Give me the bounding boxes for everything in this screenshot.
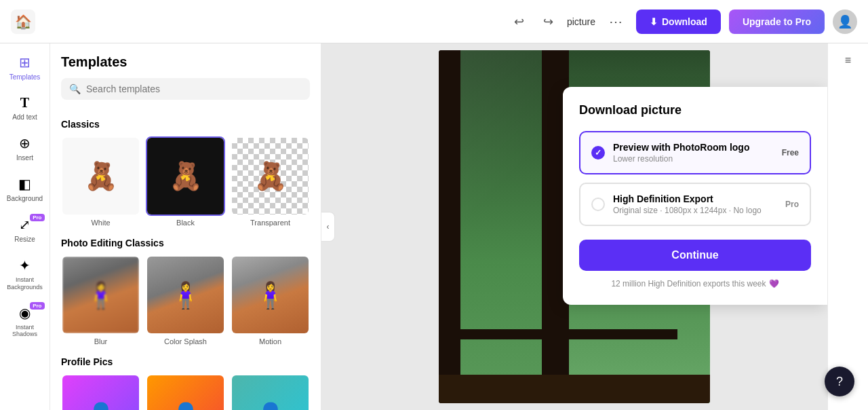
pro-badge-shadows: Pro — [30, 302, 44, 310]
sidebar-item-instant-backgrounds-label: Instant Backgrounds — [5, 276, 45, 291]
sidebar-item-insert[interactable]: ⊕ Insert — [3, 130, 47, 168]
sidebar-item-add-text[interactable]: T Add text — [3, 90, 47, 127]
upgrade-button[interactable]: Upgrade to Pro — [729, 10, 825, 34]
download-option-pro-subtitle: Original size · 1080px x 1244px · No log… — [613, 206, 777, 215]
classics-section-title: Classics — [61, 119, 310, 130]
list-item[interactable]: 🧍‍♀️ Motion — [231, 255, 310, 346]
template-transparent-thumb: 🧸 — [231, 136, 310, 216]
heart-icon: 💜 — [769, 279, 779, 288]
download-option-free[interactable]: Preview with PhotoRoom logo Lower resolu… — [579, 131, 811, 174]
template-motion-label: Motion — [259, 337, 281, 346]
templates-panel: Templates 🔍 Classics 🧸 White 🧸 — [50, 43, 321, 410]
right-panel-toggle-button[interactable]: ≡ — [840, 49, 856, 72]
download-option-free-title: Preview with PhotoRoom logo — [613, 142, 774, 153]
profile2-preview: 👤 — [147, 375, 224, 410]
collapse-panel-button[interactable]: ‹ — [321, 212, 335, 242]
continue-button[interactable]: Continue — [579, 240, 811, 271]
profile-pics-grid: 👤 👤 👤 — [61, 374, 310, 410]
sidebar-item-instant-shadows[interactable]: Pro ◉ Instant Shadows — [3, 299, 47, 344]
list-item[interactable]: 🧸 White — [61, 136, 140, 227]
sidebar-item-resize-label: Resize — [14, 236, 35, 244]
sidebar-item-insert-label: Insert — [16, 154, 33, 162]
undo-button[interactable]: ↩ — [509, 12, 530, 32]
resize-icon: ⤢ — [19, 217, 31, 233]
topbar: 🏠 ↩ ↪ picture ⋯ ⬇ Download Upgrade to Pr… — [0, 0, 868, 43]
sidebar-item-resize[interactable]: Pro ⤢ Resize — [3, 211, 47, 249]
avatar[interactable]: 👤 — [833, 10, 857, 34]
sidebar-item-instant-backgrounds[interactable]: ✦ Instant Backgrounds — [3, 252, 47, 297]
home-button[interactable]: 🏠 — [11, 10, 35, 34]
list-item[interactable]: 🧍‍♀️ Color Splash — [146, 255, 225, 346]
templates-header: Templates 🔍 — [50, 43, 321, 108]
help-button[interactable]: ? — [825, 367, 854, 396]
profile3-preview: 👤 — [232, 375, 309, 410]
search-input[interactable] — [86, 83, 302, 94]
download-panel: Download picture Preview with PhotoRoom … — [563, 87, 827, 305]
template-blur-thumb: 🧍‍♀️ — [61, 255, 140, 335]
background-icon: ◧ — [18, 176, 31, 192]
black-bg-preview: 🧸 — [147, 138, 224, 215]
template-black-thumb: 🧸 — [146, 136, 225, 216]
main-layout: ⊞ Templates T Add text ⊕ Insert ◧ Backgr… — [0, 43, 868, 410]
download-option-pro-radio — [591, 198, 605, 211]
profile1-preview: 👤 — [62, 375, 139, 410]
list-item[interactable]: 👤 — [231, 374, 310, 410]
download-panel-title: Download picture — [579, 103, 811, 117]
more-options-button[interactable]: ⋯ — [604, 11, 628, 33]
instant-shadows-icon: ◉ — [19, 305, 31, 321]
template-profile3-thumb: 👤 — [231, 374, 310, 410]
instant-backgrounds-icon: ✦ — [19, 257, 31, 274]
templates-icon: ⊞ — [19, 54, 31, 71]
list-item[interactable]: 🧸 Transparent — [231, 136, 310, 227]
photo-editing-section-title: Photo Editing Classics — [61, 238, 310, 248]
download-option-free-info: Preview with PhotoRoom logo Lower resolu… — [613, 142, 774, 164]
sidebar-item-background[interactable]: ◧ Background — [3, 170, 47, 208]
template-white-thumb: 🧸 — [61, 136, 140, 216]
template-colorsplash-thumb: 🧍‍♀️ — [146, 255, 225, 335]
template-profile2-thumb: 👤 — [146, 374, 225, 410]
download-icon: ⬇ — [650, 16, 658, 27]
download-option-pro-title: High Definition Export — [613, 193, 777, 204]
transparent-bg-preview: 🧸 — [232, 138, 309, 215]
download-option-pro-info: High Definition Export Original size · 1… — [613, 193, 777, 215]
redo-button[interactable]: ↪ — [538, 12, 559, 32]
download-option-free-radio — [591, 146, 605, 160]
download-option-pro-badge: Pro — [785, 200, 799, 209]
icon-sidebar: ⊞ Templates T Add text ⊕ Insert ◧ Backgr… — [0, 43, 50, 410]
list-item[interactable]: 🧸 Black — [146, 136, 225, 227]
templates-content: Classics 🧸 White 🧸 Black 🧸 — [50, 108, 321, 410]
template-white-label: White — [91, 219, 110, 227]
document-title: picture — [567, 16, 595, 27]
motion-preview: 🧍‍♀️ — [232, 257, 309, 333]
template-profile1-thumb: 👤 — [61, 374, 140, 410]
sidebar-item-background-label: Background — [7, 195, 43, 203]
classics-grid: 🧸 White 🧸 Black 🧸 Transparent — [61, 136, 310, 227]
download-footer-text: 12 million High Definition exports this … — [611, 279, 766, 288]
insert-icon: ⊕ — [19, 135, 31, 151]
colorsplash-preview: 🧍‍♀️ — [147, 257, 224, 333]
download-option-pro[interactable]: High Definition Export Original size · 1… — [579, 183, 811, 226]
template-motion-thumb: 🧍‍♀️ — [231, 255, 310, 335]
white-bg-preview: 🧸 — [62, 138, 139, 215]
topbar-center: ↩ ↪ picture ⋯ ⬇ Download Upgrade to Pro … — [509, 10, 857, 34]
templates-title: Templates — [61, 54, 310, 70]
photo-editing-grid: 🧍‍♀️ Blur 🧍‍♀️ Color Splash — [61, 255, 310, 346]
sidebar-item-add-text-label: Add text — [12, 113, 37, 122]
list-item[interactable]: 👤 — [146, 374, 225, 410]
list-item[interactable]: 🧍‍♀️ Blur — [61, 255, 140, 346]
sidebar-item-templates[interactable]: ⊞ Templates — [3, 49, 47, 87]
sidebar-item-templates-label: Templates — [9, 73, 41, 81]
blur-preview: 🧍‍♀️ — [62, 257, 139, 333]
list-item[interactable]: 👤 — [61, 374, 140, 410]
template-black-label: Black — [176, 219, 195, 227]
home-icon: 🏠 — [15, 14, 32, 30]
search-icon: 🔍 — [69, 83, 81, 94]
right-panel: ≡ — [827, 43, 868, 410]
download-option-free-subtitle: Lower resolution — [613, 154, 774, 164]
download-option-free-badge: Free — [782, 148, 799, 157]
canvas-area: ‹ 📷 PhotoRoom — [321, 43, 827, 410]
template-transparent-label: Transparent — [250, 219, 290, 227]
template-blur-label: Blur — [94, 337, 108, 346]
download-button[interactable]: ⬇ Download — [636, 10, 721, 34]
sidebar-item-instant-shadows-label: Instant Shadows — [5, 324, 45, 339]
